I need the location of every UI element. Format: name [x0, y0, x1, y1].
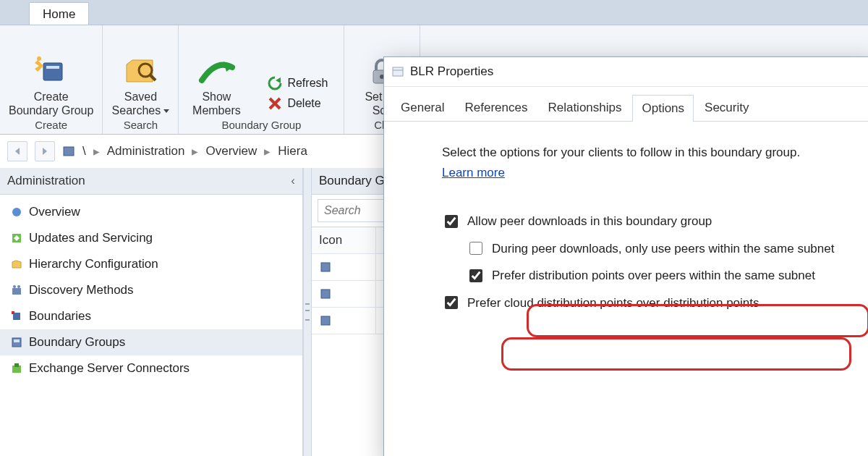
ribbon-group-boundary-group: Boundary Group [221, 119, 301, 131]
show-members-button[interactable]: ShowMembers [187, 54, 245, 117]
option-label: Prefer cloud distribution points over di… [467, 294, 760, 313]
ribbon-group-create: Create [35, 119, 67, 131]
svg-rect-30 [321, 263, 330, 271]
nav-item-label: Exchange Server Connectors [29, 361, 190, 376]
nav-item[interactable]: Updates and Servicing [0, 225, 302, 251]
nav-item[interactable]: Hierarchy Configuration [0, 251, 302, 277]
svg-rect-1 [46, 66, 59, 69]
collapse-icon[interactable]: ‹ [291, 174, 295, 188]
checkbox-input[interactable] [469, 242, 482, 255]
checkbox-input[interactable] [445, 215, 458, 228]
nav-item-icon [10, 206, 23, 219]
dialog-tab[interactable]: Relationships [538, 94, 631, 121]
nav-header: Administration ‹ [0, 168, 302, 195]
nav-item-icon [10, 232, 23, 245]
option-label: Prefer distribution points over peers wi… [492, 266, 815, 285]
delete-button[interactable]: Delete [267, 96, 328, 111]
breadcrumb-item[interactable]: Administration [107, 144, 185, 159]
nav-tree: Administration ‹ OverviewUpdates and Ser… [0, 168, 303, 456]
svg-rect-17 [64, 147, 74, 156]
breadcrumb-item[interactable]: Overview [205, 144, 257, 159]
nav-item[interactable]: Discovery Methods [0, 277, 302, 303]
svg-rect-0 [43, 63, 62, 80]
option-checkbox[interactable]: During peer downloads, only use peers wi… [467, 235, 847, 263]
label: Boundary Group [9, 104, 93, 117]
checkbox-input[interactable] [469, 269, 482, 282]
nav-item-label: Updates and Servicing [29, 231, 153, 245]
create-boundary-group-button[interactable]: CreateBoundary Group [9, 54, 93, 117]
nav-item-label: Boundaries [29, 309, 91, 324]
nav-item-icon [10, 310, 23, 323]
svg-rect-21 [12, 288, 21, 295]
label: Members [192, 104, 241, 117]
svg-point-18 [12, 208, 21, 216]
svg-rect-32 [321, 316, 330, 325]
svg-marker-7 [276, 77, 281, 83]
splitter[interactable] [303, 168, 312, 456]
svg-rect-27 [14, 339, 20, 342]
label: Create [34, 90, 69, 103]
label: Delete [287, 97, 320, 110]
dialog-tab[interactable]: References [455, 94, 537, 121]
option-checkbox[interactable]: Prefer cloud distribution points over di… [442, 290, 847, 317]
dialog-tab[interactable]: General [391, 94, 454, 121]
nav-item-label: Discovery Methods [29, 283, 134, 297]
nav-item[interactable]: Overview [0, 199, 302, 225]
dialog-tab[interactable]: Security [695, 94, 758, 121]
svg-rect-29 [14, 363, 19, 367]
row-icon [312, 254, 376, 280]
svg-point-22 [13, 285, 16, 288]
chevron-right-icon: ▸ [192, 144, 198, 159]
svg-rect-31 [321, 290, 330, 298]
option-label: During peer downloads, only use peers wi… [492, 240, 834, 258]
saved-searches-button[interactable]: SavedSearches [111, 54, 169, 117]
back-button[interactable] [7, 141, 27, 161]
nav-item-label: Overview [29, 205, 80, 219]
ribbon-tab-home[interactable]: Home [29, 2, 89, 25]
svg-marker-16 [43, 148, 47, 155]
row-icon [312, 308, 376, 334]
dialog-titlebar: BLR Properties [384, 57, 868, 87]
column-icon[interactable]: Icon [312, 227, 376, 253]
label: Refresh [287, 77, 328, 90]
nav-item-label: Boundary Groups [29, 335, 125, 350]
breadcrumb-root: \ [82, 144, 86, 159]
option-label: Allow peer downloads in this boundary gr… [467, 212, 712, 231]
dialog-title: BLR Properties [410, 64, 493, 79]
svg-marker-2 [35, 60, 43, 72]
row-icon [312, 281, 376, 307]
window-icon [391, 65, 404, 78]
breadcrumb-item[interactable]: Hiera [278, 144, 307, 159]
refresh-button[interactable]: Refresh [267, 75, 328, 91]
label: Show [202, 90, 231, 103]
node-icon [62, 145, 75, 158]
nav-item[interactable]: Boundaries [0, 303, 302, 329]
learn-more-link[interactable]: Learn more [442, 166, 505, 180]
nav-item-icon [10, 362, 23, 375]
nav-item-label: Hierarchy Configuration [29, 257, 158, 271]
dialog-intro: Select the options for your clients to f… [442, 143, 847, 162]
option-checkbox[interactable]: Allow peer downloads in this boundary gr… [442, 208, 847, 235]
ribbon-group-search: Search [124, 119, 158, 131]
svg-rect-25 [12, 311, 14, 314]
dialog-tab[interactable]: Options [632, 95, 694, 122]
nav-item-icon [10, 258, 23, 271]
svg-point-23 [17, 285, 20, 288]
nav-item-icon [10, 284, 23, 297]
forward-button[interactable] [35, 141, 55, 161]
nav-item-icon [10, 336, 23, 349]
nav-item[interactable]: Exchange Server Connectors [0, 355, 302, 381]
label: Saved [124, 90, 157, 103]
chevron-right-icon: ▸ [264, 144, 271, 159]
checkbox-input[interactable] [445, 296, 458, 309]
svg-rect-33 [393, 67, 403, 76]
svg-marker-15 [15, 148, 20, 155]
nav-title: Administration [7, 174, 85, 188]
chevron-right-icon: ▸ [93, 144, 100, 159]
nav-item[interactable]: Boundary Groups [0, 329, 302, 355]
label: Searches [112, 104, 161, 117]
svg-point-3 [37, 56, 41, 61]
properties-dialog: BLR Properties GeneralReferencesRelation… [383, 56, 868, 456]
option-checkbox[interactable]: Prefer distribution points over peers wi… [467, 262, 847, 290]
